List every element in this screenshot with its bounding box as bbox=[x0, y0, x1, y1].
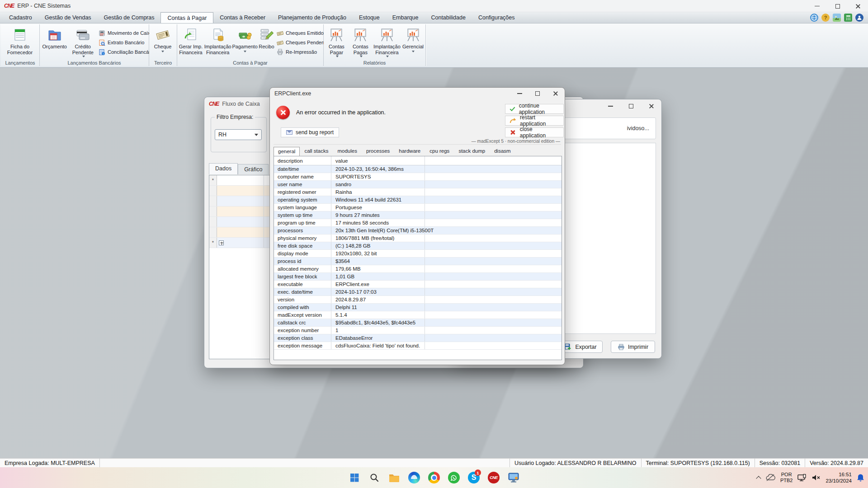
ribbon-button-recibo[interactable]: Recibo bbox=[258, 25, 275, 60]
table-row[interactable]: system language Portuguese bbox=[274, 204, 561, 211]
grid-row[interactable] bbox=[217, 206, 264, 216]
ribbon-item-extrato-bancario[interactable]: Extrato Bancário bbox=[99, 38, 148, 47]
maximize-button[interactable] bbox=[827, 0, 848, 12]
ribbon-button-rel-contas-pagas[interactable]: Contas Pagas bbox=[349, 25, 373, 60]
start-icon[interactable] bbox=[346, 469, 363, 487]
ribbon-item-cheques-emitidos[interactable]: Cheques Emitidos bbox=[277, 29, 322, 37]
cne-icon[interactable]: CNE bbox=[485, 469, 502, 487]
ribbon-item-re-impressao[interactable]: Re-Impressão bbox=[277, 48, 322, 56]
whatsapp-icon[interactable] bbox=[445, 469, 462, 487]
ribbon-button-rel-contas-pagar[interactable]: Contas Pagar bbox=[325, 25, 349, 60]
ribbon-item-conciliacao-bancaria[interactable]: i Conciliação Bancária bbox=[99, 48, 148, 56]
table-row[interactable]: physical memory 1806/7881 MB (free/total… bbox=[274, 235, 561, 242]
dialog-tab[interactable]: general bbox=[274, 147, 300, 156]
ribbon-button-rel-implantacao[interactable]: Implantação Financeira bbox=[373, 25, 401, 60]
ribbon-item-cheques-pendentes[interactable]: Cheques Pendentes bbox=[277, 38, 322, 47]
ribbon-button-cheque[interactable]: Cheque bbox=[150, 25, 175, 60]
ribbon-item-movimento-caixa[interactable]: Movimento de Caixa bbox=[99, 29, 148, 37]
imprimir-button[interactable]: Imprimir bbox=[611, 341, 655, 353]
maximize-button[interactable] bbox=[528, 88, 547, 99]
close-application-button[interactable]: close application bbox=[505, 127, 564, 137]
table-row[interactable]: executable ERPClient.exe bbox=[274, 281, 561, 288]
ribbon-button-credito-pendente[interactable]: Crédito Pendente bbox=[69, 25, 97, 60]
globe-icon[interactable] bbox=[810, 14, 818, 22]
dialog-tab[interactable]: cpu regs bbox=[425, 146, 454, 156]
cast-display-icon[interactable] bbox=[797, 474, 807, 482]
flow-tab[interactable]: Gráfico bbox=[238, 164, 269, 174]
dialog-tab[interactable]: hardware bbox=[394, 146, 425, 156]
table-row[interactable]: process id $3564 bbox=[274, 258, 561, 265]
menu-tab[interactable]: Gestão de Compras bbox=[98, 12, 161, 23]
ribbon-button-ficha-fornecedor[interactable]: Ficha do Fornecedor bbox=[2, 25, 38, 60]
table-row[interactable]: registered owner Rainha bbox=[274, 188, 561, 196]
onedrive-icon[interactable] bbox=[765, 474, 775, 481]
menu-tab[interactable]: Contas à Receber bbox=[213, 12, 272, 23]
table-row[interactable]: free disk space (C:) 148,28 GB bbox=[274, 242, 561, 250]
close-button[interactable] bbox=[547, 88, 565, 99]
table-row[interactable]: compiled with Delphi 11 bbox=[274, 304, 561, 311]
restart-application-button[interactable]: restart application bbox=[505, 116, 564, 126]
minimize-button[interactable] bbox=[600, 99, 621, 113]
expand-plus-icon[interactable] bbox=[219, 240, 224, 245]
table-row[interactable]: madExcept version 5.1.4 bbox=[274, 311, 561, 319]
key-icon[interactable]: ? bbox=[821, 14, 830, 22]
ribbon-button-pagamento[interactable]: Pagamento bbox=[232, 25, 258, 60]
dialog-tab[interactable]: processes bbox=[362, 146, 394, 156]
ribbon-button-orcamento[interactable]: Orçamento bbox=[41, 25, 69, 60]
ribbon-button-gerar-imp-financeira[interactable]: Gerar Imp. Financeira bbox=[178, 25, 203, 60]
menu-tab[interactable]: Contabilidade bbox=[425, 12, 472, 23]
grid-row[interactable] bbox=[217, 217, 264, 227]
display-app-icon[interactable] bbox=[505, 469, 522, 487]
table-row[interactable]: exec. date/time 2024-10-17 07:03 bbox=[274, 288, 561, 296]
table-row[interactable]: exception message cdsFluxoCaixa: Field '… bbox=[274, 342, 561, 350]
maximize-button[interactable] bbox=[621, 99, 641, 113]
continue-application-button[interactable]: continue application bbox=[505, 104, 564, 114]
menu-tab[interactable]: Estoque bbox=[353, 12, 386, 23]
menu-tab[interactable]: Configurações bbox=[472, 12, 521, 23]
table-row[interactable]: processors 20x 13th Gen Intel(R) Core(TM… bbox=[274, 227, 561, 235]
minimize-button[interactable] bbox=[807, 0, 827, 12]
table-row[interactable]: program up time 17 minutes 58 seconds bbox=[274, 219, 561, 227]
photo-icon[interactable] bbox=[833, 14, 841, 22]
table-row[interactable]: computer name SUPORTESYS bbox=[274, 173, 561, 181]
menu-tab[interactable]: Cadastro bbox=[3, 12, 38, 23]
grid-row[interactable] bbox=[217, 196, 264, 206]
table-row[interactable]: exception class EDatabaseError bbox=[274, 334, 561, 342]
ribbon-button-implantacao-financeira[interactable]: Implantação Financeira bbox=[203, 25, 232, 60]
user-icon[interactable] bbox=[855, 14, 863, 22]
empresa-select[interactable]: RH bbox=[215, 129, 262, 140]
table-row[interactable]: user name sandro bbox=[274, 181, 561, 188]
chrome-icon[interactable] bbox=[425, 469, 443, 487]
send-bug-report-button[interactable]: send bug report bbox=[281, 127, 339, 137]
table-row[interactable]: callstack crc $95abd8c1, $fc4d43e5, $fc4… bbox=[274, 319, 561, 327]
table-row[interactable]: date/time 2024-10-23, 16:50:44, 386ms bbox=[274, 165, 561, 173]
dialog-tab[interactable]: disasm bbox=[490, 146, 515, 156]
notification-bell-icon[interactable] bbox=[857, 474, 864, 482]
menu-tab[interactable]: Gestão de Vendas bbox=[38, 12, 98, 23]
edge-icon[interactable] bbox=[406, 469, 423, 487]
dialog-tab[interactable]: call stacks bbox=[300, 146, 333, 156]
ribbon-button-rel-gerencial[interactable]: Gerencial bbox=[401, 25, 425, 60]
grid-row[interactable] bbox=[217, 186, 264, 196]
table-row[interactable]: exception number 1 bbox=[274, 327, 561, 334]
grid-row[interactable] bbox=[217, 227, 264, 237]
flow-tab[interactable]: Dados bbox=[209, 163, 238, 174]
skype-icon[interactable]: S 1 bbox=[465, 469, 482, 487]
search-icon[interactable] bbox=[366, 469, 383, 487]
dialog-tab[interactable]: modules bbox=[333, 146, 361, 156]
menu-tab[interactable]: Planejamento de Produção bbox=[272, 12, 353, 23]
minimize-button[interactable] bbox=[510, 88, 528, 99]
close-button[interactable] bbox=[848, 0, 868, 12]
calculator-icon[interactable] bbox=[844, 14, 852, 22]
table-row[interactable]: display mode 1920x1080, 32 bit bbox=[274, 250, 561, 258]
hidden-icons-chevron-icon[interactable] bbox=[756, 476, 761, 481]
close-button[interactable] bbox=[641, 99, 661, 113]
speaker-muted-icon[interactable] bbox=[811, 474, 821, 481]
clock[interactable]: 16:51 23/10/2024 bbox=[826, 471, 852, 484]
menu-tab[interactable]: Contas à Pagar bbox=[160, 12, 213, 23]
explorer-icon[interactable] bbox=[386, 469, 403, 487]
table-row[interactable]: system up time 9 hours 27 minutes bbox=[274, 211, 561, 219]
menu-tab[interactable]: Embarque bbox=[386, 12, 425, 23]
table-row[interactable]: version 2024.8.29.87 bbox=[274, 296, 561, 304]
table-row[interactable]: largest free block 1,01 GB bbox=[274, 273, 561, 281]
